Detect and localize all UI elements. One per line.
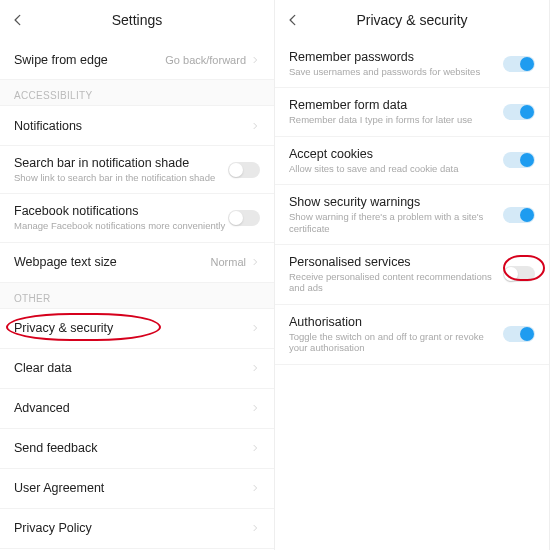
row-label: Privacy & security <box>14 321 250 335</box>
row-accept-cookies[interactable]: Accept cookies Allow sites to save and r… <box>275 137 549 185</box>
row-value: Go back/forward <box>165 54 246 66</box>
toggle-warnings[interactable] <box>503 207 535 223</box>
row-sub: Save usernames and passwords for website… <box>289 66 503 77</box>
chevron-left-icon <box>11 13 25 27</box>
row-privacy-policy[interactable]: Privacy Policy <box>0 509 274 549</box>
row-sub: Toggle the switch on and off to grant or… <box>289 331 503 354</box>
row-swipe-from-edge[interactable]: Swipe from edge Go back/forward <box>0 40 274 80</box>
toggle-form-data[interactable] <box>503 104 535 120</box>
row-label: Authorisation <box>289 315 503 329</box>
row-sub: Manage Facebook notifications more conve… <box>14 220 228 231</box>
row-label: User Agreement <box>14 481 250 495</box>
page-title: Privacy & security <box>275 12 549 28</box>
row-webpage-text-size[interactable]: Webpage text size Normal <box>0 243 274 283</box>
row-label: Remember form data <box>289 98 503 112</box>
row-authorisation[interactable]: Authorisation Toggle the switch on and o… <box>275 305 549 365</box>
chevron-right-icon <box>250 523 260 533</box>
row-value: Normal <box>211 256 246 268</box>
chevron-right-icon <box>250 403 260 413</box>
row-search-bar[interactable]: Search bar in notification shade Show li… <box>0 146 274 194</box>
row-label: Search bar in notification shade <box>14 156 228 170</box>
chevron-right-icon <box>250 323 260 333</box>
row-clear-data[interactable]: Clear data <box>0 349 274 389</box>
row-label: Advanced <box>14 401 250 415</box>
row-sub: Remember data I type in forms for later … <box>289 114 503 125</box>
row-sub: Show warning if there's a problem with a… <box>289 211 503 234</box>
row-label: Webpage text size <box>14 255 211 269</box>
section-accessibility: ACCESSIBILITY <box>0 80 274 106</box>
chevron-right-icon <box>250 55 260 65</box>
toggle-authorisation[interactable] <box>503 326 535 342</box>
row-personalised-services[interactable]: Personalised services Receive personalis… <box>275 245 549 305</box>
chevron-right-icon <box>250 483 260 493</box>
section-other: OTHER <box>0 283 274 309</box>
page-title: Settings <box>0 12 274 28</box>
row-label: Facebook notifications <box>14 204 228 218</box>
row-notifications[interactable]: Notifications <box>0 106 274 146</box>
row-facebook[interactable]: Facebook notifications Manage Facebook n… <box>0 194 274 242</box>
row-sub: Show link to search bar in the notificat… <box>14 172 228 183</box>
chevron-right-icon <box>250 363 260 373</box>
row-remember-form-data[interactable]: Remember form data Remember data I type … <box>275 88 549 136</box>
row-user-agreement[interactable]: User Agreement <box>0 469 274 509</box>
toggle-search-bar[interactable] <box>228 162 260 178</box>
row-label: Accept cookies <box>289 147 503 161</box>
privacy-header: Privacy & security <box>275 0 549 40</box>
toggle-passwords[interactable] <box>503 56 535 72</box>
row-label: Notifications <box>14 119 250 133</box>
settings-pane: Settings Swipe from edge Go back/forward… <box>0 0 275 550</box>
row-label: Personalised services <box>289 255 503 269</box>
row-send-feedback[interactable]: Send feedback <box>0 429 274 469</box>
toggle-cookies[interactable] <box>503 152 535 168</box>
privacy-pane: Privacy & security Remember passwords Sa… <box>275 0 550 550</box>
toggle-personalised[interactable] <box>503 266 535 282</box>
chevron-right-icon <box>250 443 260 453</box>
row-remember-passwords[interactable]: Remember passwords Save usernames and pa… <box>275 40 549 88</box>
chevron-right-icon <box>250 257 260 267</box>
row-privacy-security[interactable]: Privacy & security <box>0 309 274 349</box>
row-label: Swipe from edge <box>14 53 165 67</box>
row-security-warnings[interactable]: Show security warnings Show warning if t… <box>275 185 549 245</box>
row-advanced[interactable]: Advanced <box>0 389 274 429</box>
row-label: Clear data <box>14 361 250 375</box>
row-label: Remember passwords <box>289 50 503 64</box>
row-label: Privacy Policy <box>14 521 250 535</box>
back-button[interactable] <box>283 10 303 30</box>
toggle-facebook[interactable] <box>228 210 260 226</box>
row-sub: Receive personalised content recommendat… <box>289 271 503 294</box>
row-label: Show security warnings <box>289 195 503 209</box>
chevron-left-icon <box>286 13 300 27</box>
row-label: Send feedback <box>14 441 250 455</box>
settings-header: Settings <box>0 0 274 40</box>
chevron-right-icon <box>250 121 260 131</box>
back-button[interactable] <box>8 10 28 30</box>
row-sub: Allow sites to save and read cookie data <box>289 163 503 174</box>
